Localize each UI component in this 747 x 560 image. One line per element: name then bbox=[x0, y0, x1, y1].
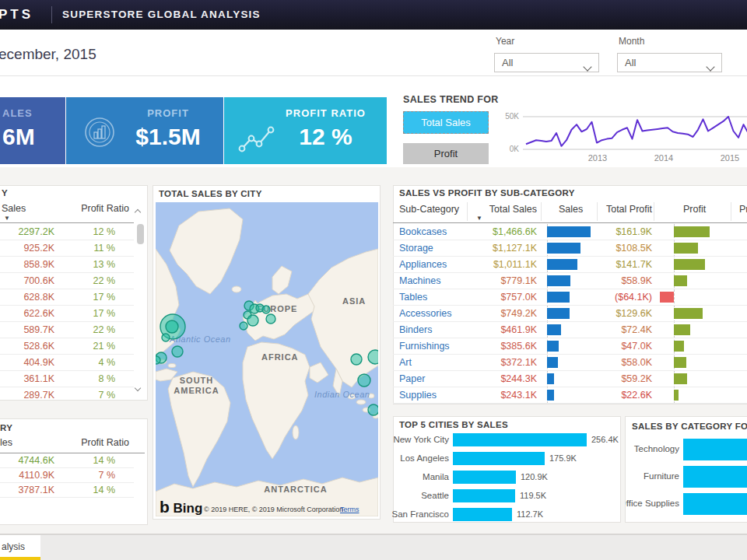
city-sales-bar[interactable] bbox=[453, 489, 515, 502]
table-row[interactable]: Paper$244.3K$59.2K bbox=[393, 371, 747, 387]
sales-bubble[interactable] bbox=[368, 404, 378, 415]
table-row[interactable]: 361.1K8 % bbox=[0, 371, 134, 387]
profit-bar[interactable] bbox=[674, 243, 698, 254]
sales-bubble[interactable] bbox=[247, 315, 258, 326]
kpi-card-profit[interactable]: PROFIT $1.5M bbox=[66, 97, 223, 164]
country-col-ratio[interactable]: Profit Ratio bbox=[0, 203, 129, 214]
scroll-down-icon[interactable] bbox=[135, 380, 140, 394]
sales-bar[interactable] bbox=[547, 259, 577, 270]
sub-category-cell[interactable]: Accessories bbox=[399, 308, 451, 319]
col-total-sales[interactable]: Total Sales bbox=[489, 204, 537, 215]
col-sales-bar[interactable]: Sales bbox=[559, 204, 583, 215]
sales-bar[interactable] bbox=[547, 324, 561, 335]
table-row[interactable]: 528.6K21 % bbox=[0, 338, 134, 355]
table-row[interactable]: Supplies$243.1K$22.6K bbox=[393, 387, 747, 404]
sub-category-cell[interactable]: Tables bbox=[399, 292, 427, 303]
table-row[interactable]: 628.8K17 % bbox=[0, 289, 134, 306]
kpi-card-profit-ratio[interactable]: PROFIT RATIO 12 % bbox=[224, 97, 387, 164]
sales-bubble[interactable] bbox=[172, 346, 183, 357]
profit-bar[interactable] bbox=[674, 390, 679, 401]
table-row[interactable]: Bookcases$1,466.6K$161.9K bbox=[393, 224, 747, 240]
table-row[interactable]: 4110.9K7 % bbox=[0, 468, 134, 483]
profit-bar[interactable] bbox=[674, 341, 684, 352]
city-sales-bar[interactable] bbox=[453, 471, 516, 484]
sales-bubble[interactable] bbox=[368, 350, 378, 364]
profit-bar[interactable] bbox=[674, 275, 687, 286]
city-sales-bar[interactable] bbox=[453, 508, 512, 521]
sales-bubble[interactable] bbox=[240, 322, 247, 330]
sales-bar[interactable] bbox=[547, 292, 570, 303]
category-sales-bar[interactable] bbox=[683, 466, 747, 488]
table-row[interactable]: 589.7K22 % bbox=[0, 322, 134, 338]
profit-bar[interactable] bbox=[674, 324, 690, 335]
profit-bar[interactable] bbox=[674, 357, 686, 368]
sub-category-cell[interactable]: Machines bbox=[399, 275, 441, 286]
scroll-up-icon[interactable] bbox=[135, 204, 140, 218]
table-row[interactable]: Furnishings$385.6K$47.0K bbox=[393, 338, 747, 355]
sub-category-cell[interactable]: Bookcases bbox=[399, 226, 447, 237]
month-dropdown[interactable]: All bbox=[617, 53, 722, 72]
profit-bar[interactable] bbox=[674, 373, 687, 384]
table-row[interactable]: Machines$779.1K$58.9K bbox=[393, 273, 747, 289]
year-dropdown[interactable]: All bbox=[494, 53, 599, 72]
sales-trend-line-chart[interactable] bbox=[502, 107, 747, 163]
scrollbar-thumb[interactable] bbox=[137, 224, 144, 244]
table-row[interactable]: 2297.2K12 % bbox=[0, 224, 134, 240]
sales-bubble[interactable] bbox=[162, 334, 170, 341]
sales-bar[interactable] bbox=[547, 373, 554, 384]
col-sub-category[interactable]: Sub-Category bbox=[399, 204, 459, 215]
sub-category-cell[interactable]: Binders bbox=[399, 324, 432, 335]
sales-bar[interactable] bbox=[547, 226, 591, 237]
category-col-ratio[interactable]: Profit Ratio bbox=[0, 437, 129, 448]
sub-category-cell[interactable]: Storage bbox=[399, 243, 433, 254]
sales-bubble[interactable] bbox=[358, 374, 370, 387]
city-sales-bubbles[interactable] bbox=[156, 202, 378, 516]
sub-category-cell[interactable]: Furnishings bbox=[399, 341, 450, 352]
table-row[interactable]: 858.9K13 % bbox=[0, 257, 134, 273]
table-row[interactable]: Storage$1,127.1K$108.5K bbox=[393, 240, 747, 257]
table-row[interactable]: 925.2K11 % bbox=[0, 240, 134, 257]
profit-bar-negative[interactable] bbox=[660, 292, 674, 303]
map-terms-link[interactable]: Terms bbox=[340, 506, 359, 513]
active-page-tab[interactable]: alysis bbox=[0, 535, 40, 557]
sales-bar[interactable] bbox=[547, 243, 580, 254]
table-row[interactable]: Accessories$749.2K$129.6K bbox=[393, 306, 747, 322]
sub-category-cell[interactable]: Paper bbox=[399, 373, 425, 384]
table-row[interactable]: 622.6K17 % bbox=[0, 306, 134, 322]
table-row[interactable]: Binders$461.9K$72.4K bbox=[393, 322, 747, 338]
city-sales-bar[interactable] bbox=[453, 452, 545, 465]
profit-bar[interactable] bbox=[674, 308, 703, 319]
sales-bubble[interactable] bbox=[262, 306, 270, 313]
sales-bar[interactable] bbox=[547, 341, 559, 352]
table-row[interactable]: Tables$757.0K($64.1K) bbox=[393, 289, 747, 306]
sales-bar[interactable] bbox=[547, 390, 554, 401]
sales-bubble[interactable] bbox=[156, 356, 160, 364]
sales-bar[interactable] bbox=[547, 275, 570, 286]
table-row[interactable]: 3787.1K14 % bbox=[0, 483, 134, 498]
table-row[interactable]: 404.9K4 % bbox=[0, 355, 134, 371]
col-profit-ratio-partial[interactable]: Pr bbox=[739, 204, 747, 215]
table-row[interactable]: Art$372.1K$58.0K bbox=[393, 355, 747, 371]
sales-bar[interactable] bbox=[547, 357, 558, 368]
col-total-profit[interactable]: Total Profit bbox=[606, 204, 652, 215]
sales-bar[interactable] bbox=[547, 308, 570, 319]
total-sales-toggle-button[interactable]: Total Sales bbox=[403, 111, 489, 134]
sales-bubble[interactable] bbox=[266, 314, 275, 324]
sales-bubble[interactable] bbox=[351, 354, 362, 365]
profit-toggle-button[interactable]: Profit bbox=[403, 143, 489, 164]
profit-bar[interactable] bbox=[674, 226, 710, 237]
sub-category-cell[interactable]: Art bbox=[399, 357, 412, 368]
profit-bar[interactable] bbox=[674, 259, 705, 270]
table-row[interactable]: 289.7K7 % bbox=[0, 387, 134, 401]
col-profit-bar[interactable]: Profit bbox=[683, 204, 706, 215]
table-row[interactable]: 4744.6K14 % bbox=[0, 453, 134, 468]
sub-category-cell[interactable]: Appliances bbox=[399, 259, 447, 270]
table-row[interactable]: Appliances$1,011.1K$141.7K bbox=[393, 257, 747, 273]
kpi-card-total-sales[interactable]: ALES 6M bbox=[0, 97, 65, 164]
sales-bubble[interactable] bbox=[166, 320, 178, 333]
city-sales-bar[interactable] bbox=[453, 433, 587, 446]
table-row[interactable]: 700.6K22 % bbox=[0, 273, 134, 289]
sub-category-cell[interactable]: Supplies bbox=[399, 390, 437, 401]
category-sales-bar[interactable] bbox=[683, 439, 747, 460]
category-sales-bar[interactable] bbox=[683, 493, 747, 515]
